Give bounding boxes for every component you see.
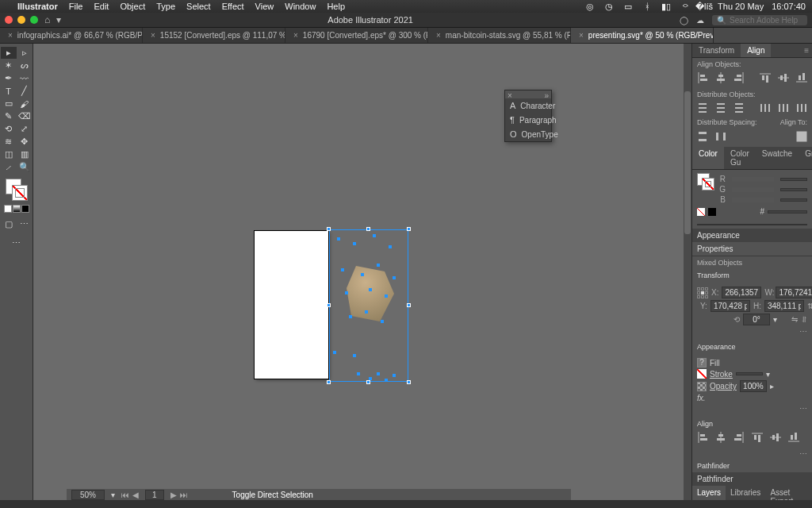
dist-left-icon[interactable] <box>760 102 771 114</box>
type-panel[interactable]: ×» ACharacter ¶Paragraph OOpenType <box>504 90 552 142</box>
canvas-vscroll[interactable] <box>684 44 691 500</box>
flip-h-icon[interactable]: ⇋ <box>791 315 798 324</box>
dist-space-v-icon[interactable] <box>697 131 708 142</box>
user-icon[interactable]: ◯ <box>680 16 688 25</box>
rotate-dropdown-icon[interactable]: ▾ <box>773 315 777 324</box>
properties-header[interactable]: Properties <box>692 242 812 256</box>
magic-wand-tool[interactable]: ✶ <box>1 60 17 71</box>
more-options-icon[interactable]: ⋯ <box>799 449 807 458</box>
more-tools[interactable]: ⋯ <box>9 237 25 249</box>
menu-object[interactable]: Object <box>120 2 145 11</box>
direct-selection-tool[interactable]: ▹ <box>17 47 33 59</box>
p-align-bottom-icon[interactable] <box>788 432 799 443</box>
zoom-dropdown-icon[interactable]: ▾ <box>111 491 115 499</box>
hex-value[interactable] <box>768 210 807 214</box>
window-controls[interactable] <box>5 16 38 24</box>
menu-edit[interactable]: Edit <box>94 2 109 11</box>
free-transform-tool[interactable]: ✥ <box>17 136 33 148</box>
fx-label[interactable]: fx. <box>697 394 706 402</box>
type-panel-opentype[interactable]: OOpenType <box>505 127 551 141</box>
menu-select[interactable]: Select <box>186 2 211 11</box>
h-field[interactable] <box>764 300 804 312</box>
status-date[interactable]: Thu 20 May <box>718 2 764 11</box>
close-icon[interactable]: × <box>293 31 298 40</box>
close-icon[interactable]: × <box>436 31 441 40</box>
paintbrush-tool[interactable]: 🖌 <box>17 98 33 110</box>
status-clock-icon[interactable]: ◷ <box>603 1 615 12</box>
dist-top-icon[interactable] <box>697 102 708 114</box>
close-icon[interactable]: × <box>8 31 13 40</box>
flip-v-icon[interactable]: ⥯ <box>801 315 807 324</box>
eyedropper-tool[interactable]: ⟋ <box>1 161 17 173</box>
zoom-tool[interactable]: 🔍 <box>17 161 33 173</box>
artboard-number[interactable]: 1 <box>145 490 164 500</box>
close-icon[interactable]: × <box>151 31 155 40</box>
stroke-dropdown-icon[interactable]: ▾ <box>766 370 770 379</box>
draw-normal[interactable] <box>4 205 12 213</box>
appearance-header[interactable]: Appearance <box>692 229 812 242</box>
tab-asset-export[interactable]: Asset Export <box>765 486 812 500</box>
dist-hcenter-icon[interactable] <box>778 102 789 114</box>
fill-stroke-swatch[interactable] <box>6 179 28 201</box>
pen-tool[interactable]: ✒ <box>1 72 17 84</box>
stroke-width-field[interactable] <box>736 372 763 375</box>
menu-type[interactable]: Type <box>156 2 175 11</box>
type-tool[interactable]: T <box>1 85 17 97</box>
type-panel-paragraph[interactable]: ¶Paragraph <box>505 113 551 127</box>
perspective-tool[interactable]: ▥ <box>17 148 33 160</box>
align-top-icon[interactable] <box>760 72 771 83</box>
tab-color[interactable]: Color <box>692 147 724 169</box>
align-right-icon[interactable] <box>733 72 745 83</box>
dist-right-icon[interactable] <box>796 102 807 114</box>
align-to-dropdown[interactable] <box>796 131 807 142</box>
doc-tab-1[interactable]: ×15152 [Converted].eps @ 111,07 % (RGB/P… <box>143 28 285 43</box>
more-options-icon[interactable]: ⋯ <box>799 327 807 336</box>
black-swatch-icon[interactable] <box>708 208 716 216</box>
dist-bottom-icon[interactable] <box>733 102 745 114</box>
shape-builder-tool[interactable]: ◫ <box>1 148 17 160</box>
tab-gradient[interactable]: Gradient <box>799 147 812 169</box>
cloud-icon[interactable]: ☁ <box>696 16 704 25</box>
tab-swatches[interactable]: Swatche <box>756 147 799 169</box>
draw-inside[interactable] <box>21 205 29 213</box>
draw-behind[interactable] <box>13 205 21 213</box>
p-align-left-icon[interactable] <box>697 432 708 443</box>
rectangle-tool[interactable]: ▭ <box>1 98 17 110</box>
menu-help[interactable]: Help <box>327 2 345 11</box>
status-control-center-icon[interactable]: �líš <box>699 1 710 12</box>
width-tool[interactable]: ≋ <box>1 136 17 148</box>
prev-artboard-icon[interactable]: ◀ <box>132 491 139 499</box>
y-field[interactable] <box>710 300 750 312</box>
r-value[interactable] <box>780 178 807 181</box>
opacity-arrow-icon[interactable]: ▸ <box>770 382 774 391</box>
screen-mode-tool[interactable]: ▢ <box>1 218 17 230</box>
tab-transform[interactable]: Transform <box>692 44 741 57</box>
align-vcenter-icon[interactable] <box>778 72 789 83</box>
tab-align[interactable]: Align <box>741 44 771 57</box>
tab-libraries[interactable]: Libraries <box>726 486 765 500</box>
curvature-tool[interactable]: 〰 <box>17 72 33 84</box>
reference-point-widget[interactable] <box>697 287 708 298</box>
doc-tab-2[interactable]: ×16790 [Converted].eps* @ 300 % (RGB/Pre… <box>285 28 428 43</box>
fill-unknown-icon[interactable]: ? <box>697 358 707 368</box>
b-value[interactable] <box>780 198 807 202</box>
shaper-tool[interactable]: ✎ <box>1 110 17 122</box>
next-artboard-icon[interactable]: ▶ <box>170 491 177 499</box>
status-odometer-icon[interactable]: ◎ <box>584 1 596 12</box>
more-options-icon[interactable]: ⋯ <box>799 404 807 413</box>
scale-tool[interactable]: ⤢ <box>17 123 33 135</box>
w-field[interactable] <box>776 287 812 298</box>
rotate-field[interactable]: 0° <box>743 314 770 325</box>
status-bluetooth-icon[interactable]: ᚼ <box>642 1 653 12</box>
tab-colorguide[interactable]: Color Gu <box>724 147 756 169</box>
first-artboard-icon[interactable]: ⏮ <box>121 491 129 499</box>
canvas[interactable]: ×» ACharacter ¶Paragraph OOpenType 50% ▾… <box>33 44 691 500</box>
align-hcenter-icon[interactable] <box>715 72 726 83</box>
none-swatch-icon[interactable] <box>697 208 705 216</box>
opacity-field[interactable]: 100% <box>740 380 767 392</box>
zoom-field[interactable]: 50% <box>71 490 105 500</box>
align-bottom-icon[interactable] <box>796 72 807 83</box>
eraser-tool[interactable]: ⌫ <box>17 110 33 122</box>
doc-tab-0[interactable]: ×infographics.ai* @ 66,67 % (RGB/Previ..… <box>0 28 143 43</box>
p-align-right-icon[interactable] <box>733 432 745 443</box>
